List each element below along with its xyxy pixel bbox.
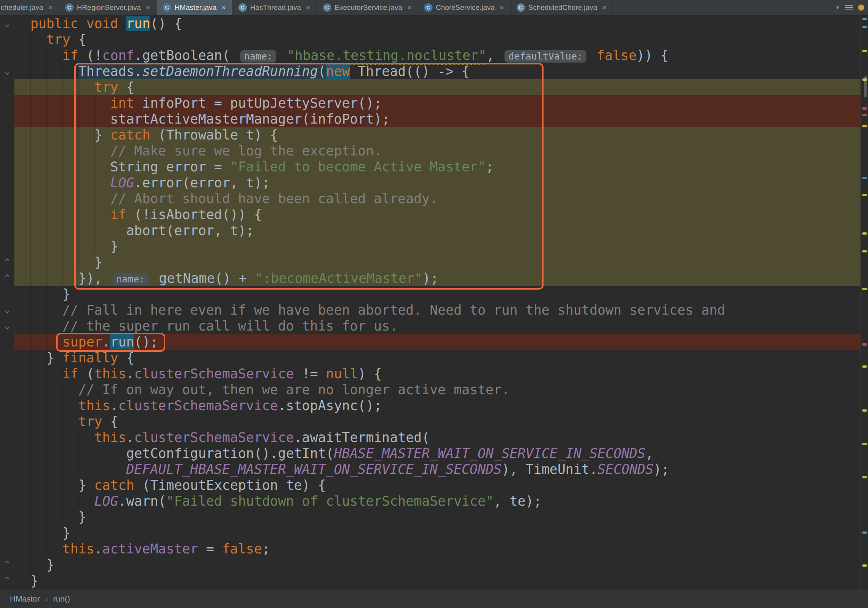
stripe-mark[interactable] (862, 409, 867, 412)
tab-close-icon[interactable]: × (306, 3, 310, 12)
tab-close-icon[interactable]: × (500, 3, 504, 12)
stripe-mark[interactable] (862, 531, 867, 534)
code-token: (); (134, 334, 158, 349)
code-line[interactable]: this.clusterSchemaService.stopAsync(); (0, 398, 868, 414)
stripe-mark[interactable] (862, 177, 867, 179)
stripe-mark[interactable] (862, 18, 867, 20)
code-line[interactable]: } (0, 254, 868, 270)
inspection-indicator-icon[interactable] (858, 5, 864, 11)
code-token (14, 541, 62, 556)
code-line[interactable]: } (0, 509, 868, 525)
code-line[interactable]: this.clusterSchemaService.awaitTerminate… (0, 429, 868, 445)
code-line[interactable]: if (!isAborted()) { (0, 207, 868, 223)
fold-down-icon[interactable]: ⌄ (2, 63, 12, 79)
code-line[interactable]: } (0, 573, 868, 589)
code-token: LOG (110, 175, 134, 190)
stripe-mark[interactable] (862, 194, 867, 196)
code-line[interactable]: String error = "Failed to become Active … (0, 159, 868, 175)
tab-scheduledchore-java[interactable]: CScheduledChore.java× (511, 0, 613, 15)
stripe-mark[interactable] (862, 288, 867, 290)
stripe-mark[interactable] (862, 232, 867, 235)
code-line[interactable]: DEFAULT_HBASE_MASTER_WAIT_ON_SERVICE_IN_… (0, 461, 868, 477)
code-line[interactable]: // Abort should have been called already… (0, 191, 868, 207)
tab-label: HasThread.java (250, 3, 301, 12)
scrollbar-thumb[interactable] (864, 76, 867, 97)
code-token: ; (486, 159, 494, 174)
code-line[interactable]: // Fall in here even if we have been abo… (0, 302, 868, 318)
fold-up-icon[interactable]: ⌃ (2, 270, 12, 286)
tab-close-icon[interactable]: × (48, 3, 53, 12)
fold-up-icon[interactable]: ⌃ (2, 557, 12, 573)
stripe-mark[interactable] (862, 114, 867, 116)
code-line[interactable]: }), name: getName() + ":becomeActiveMast… (0, 270, 868, 286)
code-token: DEFAULT_HBASE_MASTER_WAIT_ON_SERVICE_IN_… (126, 462, 501, 477)
parameter-hint: name: (113, 273, 149, 285)
code-line[interactable]: try { (0, 79, 868, 95)
code-line[interactable]: if (this.clusterSchemaService != null) { (0, 366, 868, 382)
code-line[interactable]: try { (0, 31, 868, 47)
code-token (14, 207, 110, 222)
code-token: getConfiguration().getInt( (14, 446, 334, 461)
code-line[interactable]: abort(error, t); (0, 223, 868, 238)
code-line[interactable]: } (0, 238, 868, 254)
code-token: getName() + (151, 271, 255, 286)
stripe-mark[interactable] (862, 476, 867, 478)
tab-cheduler-java[interactable]: cheduler.java× (0, 0, 59, 15)
tab-close-icon[interactable]: × (602, 3, 606, 12)
dropdown-arrow-icon[interactable]: ▼ (835, 5, 840, 10)
stripe-mark[interactable] (862, 50, 867, 52)
fold-up-icon[interactable]: ⌃ (2, 254, 12, 270)
tab-choreservice-java[interactable]: CChoreService.java× (418, 0, 511, 15)
tab-close-icon[interactable]: × (221, 3, 226, 12)
stripe-mark[interactable] (862, 564, 867, 567)
code-token: { (118, 80, 134, 95)
code-line[interactable]: } (0, 557, 868, 573)
code-line[interactable]: super.run(); (0, 334, 868, 350)
fold-down-icon[interactable]: ⌄ (2, 302, 12, 318)
tab-hmaster-java[interactable]: CHMaster.java× (157, 0, 232, 15)
stripe-mark[interactable] (862, 443, 867, 445)
code-editor[interactable]: public void run() { try { if (!conf.getB… (0, 16, 868, 589)
code-line[interactable]: } finally { (0, 350, 868, 366)
tab-close-icon[interactable]: × (146, 3, 150, 12)
code-line[interactable]: } (0, 525, 868, 541)
code-token: . (102, 334, 110, 349)
code-line[interactable]: // Make sure we log the exception. (0, 143, 868, 159)
code-line[interactable]: this.activeMaster = false; (0, 541, 868, 557)
code-line[interactable]: Threads.setDaemonThreadRunning(new Threa… (0, 63, 868, 79)
code-line[interactable]: public void run() { (0, 16, 868, 31)
code-line[interactable]: } (0, 286, 868, 302)
stripe-mark[interactable] (862, 107, 867, 110)
code-line[interactable]: } catch (TimeoutException te) { (0, 477, 868, 493)
code-token: ); (423, 271, 439, 286)
code-line[interactable]: try { (0, 414, 868, 429)
breadcrumb-class[interactable]: HMaster (10, 594, 40, 603)
fold-down-icon[interactable]: ⌄ (2, 16, 12, 31)
fold-down-icon[interactable]: ⌄ (2, 318, 12, 334)
tab-close-icon[interactable]: × (407, 3, 412, 12)
code-line[interactable]: // If on way out, then we are no longer … (0, 382, 868, 398)
code-token: ":becomeActiveMaster" (255, 271, 423, 286)
stripe-mark[interactable] (862, 250, 867, 252)
stripe-mark[interactable] (862, 365, 867, 368)
code-token: }), (14, 271, 110, 286)
code-line[interactable]: int infoPort = putUpJettyServer(); (0, 95, 868, 111)
code-line[interactable]: startActiveMasterManager(infoPort); (0, 111, 868, 127)
code-line[interactable]: // the super run call will do this for u… (0, 318, 868, 334)
fold-up-icon[interactable]: ⌃ (2, 573, 12, 589)
breadcrumb-method[interactable]: run() (53, 594, 70, 603)
tab-hasthread-java[interactable]: CHasThread.java× (232, 0, 317, 15)
stripe-mark[interactable] (862, 343, 867, 346)
code-line[interactable]: LOG.warn("Failed shutdown of clusterSche… (0, 493, 868, 509)
code-line[interactable]: } catch (Throwable t) { (0, 127, 868, 143)
menu-icon[interactable] (845, 5, 853, 10)
stripe-mark[interactable] (862, 26, 867, 28)
stripe-mark[interactable] (862, 125, 867, 127)
code-token: try (46, 32, 70, 47)
error-stripe[interactable] (860, 16, 868, 589)
code-line[interactable]: getConfiguration().getInt(HBASE_MASTER_W… (0, 445, 868, 461)
code-line[interactable]: if (!conf.getBoolean( name: "hbase.testi… (0, 47, 868, 63)
tab-executorservice-java[interactable]: CExecutorService.java× (317, 0, 418, 15)
tab-hregionserver-java[interactable]: CHRegionServer.java× (59, 0, 157, 15)
code-line[interactable]: LOG.error(error, t); (0, 175, 868, 191)
